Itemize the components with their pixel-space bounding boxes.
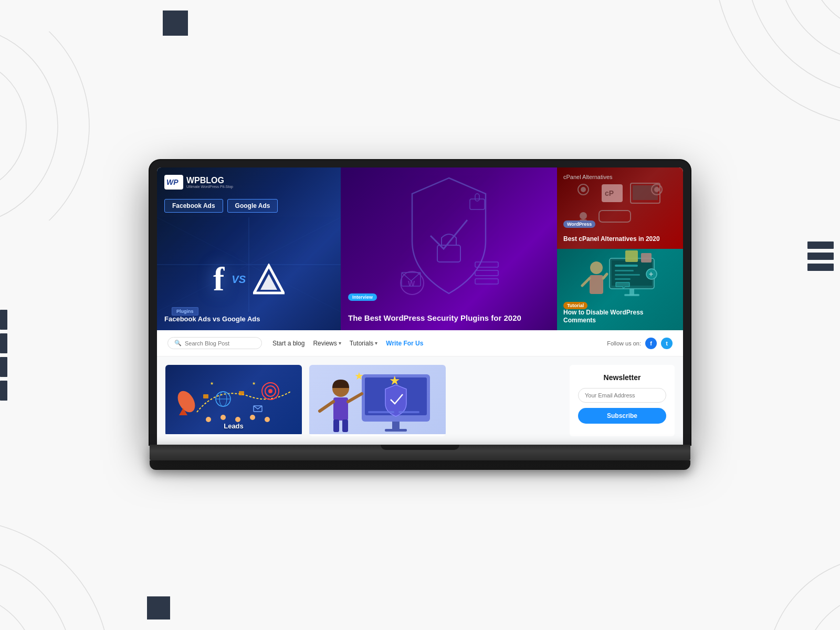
- laptop-foot: [150, 460, 690, 470]
- nav-link-write-for-us[interactable]: Write For Us: [386, 340, 423, 347]
- post-card-leads-image: ★ ★: [165, 365, 302, 434]
- svg-rect-50: [624, 294, 639, 296]
- hero-left-title: Facebook Ads vs Google Ads: [164, 315, 260, 323]
- svg-point-42: [654, 187, 659, 192]
- svg-point-72: [250, 415, 255, 420]
- laptop-hinge: [381, 445, 459, 450]
- svg-text:WP: WP: [166, 178, 178, 186]
- wp-icon: WP: [164, 175, 183, 190]
- svg-text:★: ★: [252, 381, 256, 386]
- svg-rect-81: [333, 419, 339, 432]
- svg-point-57: [174, 388, 198, 415]
- social-follow: Follow us on: f t: [607, 338, 673, 349]
- site-brand: WPBLOG: [186, 176, 233, 185]
- facebook-social-icon[interactable]: f: [645, 338, 657, 349]
- deco-bars-left: [0, 310, 7, 401]
- svg-text:★: ★: [389, 373, 401, 387]
- hero-center-title: The Best WordPress Security Plugins for …: [348, 313, 550, 323]
- laptop-screen: WP WPBLOG Ultimate WordPress Pit-Stop: [157, 167, 683, 445]
- posts-grid: ★ ★: [165, 365, 562, 436]
- svg-text:+: +: [649, 270, 653, 278]
- newsletter-title: Newsletter: [578, 373, 666, 382]
- leads-label: Leads: [224, 422, 244, 430]
- deco-square-top: [163, 10, 188, 36]
- deco-square-bottom: [147, 596, 170, 620]
- svg-point-71: [235, 417, 240, 422]
- svg-rect-80: [333, 397, 348, 421]
- newsletter-card: Newsletter Subscribe: [570, 365, 675, 436]
- hero-left-badge: Plugins: [172, 307, 198, 316]
- twitter-social-icon[interactable]: t: [661, 338, 673, 349]
- hero-section: WP WPBLOG Ultimate WordPress Pit-Stop: [157, 167, 683, 330]
- facebook-letter: f: [213, 260, 224, 299]
- svg-rect-47: [615, 274, 640, 276]
- svg-point-70: [220, 415, 226, 420]
- svg-rect-78: [398, 411, 419, 413]
- svg-rect-82: [342, 419, 348, 432]
- svg-point-38: [580, 212, 587, 219]
- laptop: WP WPBLOG Ultimate WordPress Pit-Stop: [150, 160, 690, 470]
- svg-text:cP: cP: [605, 189, 614, 197]
- svg-rect-26: [470, 199, 485, 209]
- svg-rect-64: [203, 394, 208, 398]
- post-card-freelance: ★: [309, 365, 446, 436]
- nav-link-start-blog[interactable]: Start a blog: [272, 340, 304, 347]
- content-section: ★ ★: [157, 356, 683, 445]
- post-card-leads: ★ ★: [165, 365, 302, 436]
- svg-rect-54: [641, 253, 652, 262]
- svg-rect-23: [437, 245, 460, 262]
- svg-rect-46: [615, 270, 634, 271]
- site-logo[interactable]: WP WPBLOG Ultimate WordPress Pit-Stop: [164, 175, 233, 190]
- svg-point-51: [590, 261, 603, 274]
- hero-right-panels: cPanel Alternatives cP: [557, 167, 683, 330]
- svg-rect-85: [385, 429, 407, 432]
- svg-rect-65: [239, 391, 244, 395]
- svg-rect-52: [590, 275, 603, 294]
- svg-rect-53: [625, 250, 638, 262]
- hero-right-top-title: Best cPanel Alternatives in 2020: [563, 235, 677, 244]
- vs-text: VS: [232, 274, 246, 286]
- nav-links: Start a blog Reviews Tutorials Write For…: [272, 340, 596, 347]
- anchor-logo: [253, 264, 285, 295]
- tab-facebook-ads[interactable]: Facebook Ads: [164, 199, 223, 213]
- follow-label: Follow us on:: [607, 340, 641, 346]
- hero-tabs: Facebook Ads Google Ads: [164, 199, 278, 213]
- search-box[interactable]: 🔍: [167, 337, 262, 349]
- svg-point-69: [206, 417, 211, 422]
- post-card-freelance-image: ★: [309, 365, 446, 434]
- svg-rect-30: [475, 270, 498, 276]
- svg-rect-77: [368, 411, 394, 413]
- hero-right-bottom-title: How to Disable WordPress Comments: [563, 309, 677, 325]
- svg-rect-48: [615, 278, 631, 280]
- nav-link-tutorials[interactable]: Tutorials: [350, 340, 378, 347]
- tab-google-ads[interactable]: Google Ads: [227, 199, 278, 213]
- svg-point-33: [581, 187, 586, 192]
- svg-rect-45: [615, 265, 638, 267]
- svg-rect-37: [633, 185, 658, 200]
- svg-rect-27: [475, 194, 479, 201]
- nav-bar: 🔍 Start a blog Reviews: [157, 330, 683, 356]
- deco-bars-right: [807, 242, 834, 271]
- hero-center-panel: W: [341, 167, 557, 330]
- hero-right-top-panel: cPanel Alternatives cP: [557, 167, 683, 249]
- laptop-base: [150, 445, 690, 460]
- search-icon: 🔍: [174, 340, 182, 346]
- hero-left-panel: WP WPBLOG Ultimate WordPress Pit-Stop: [157, 167, 341, 330]
- nav-link-reviews[interactable]: Reviews: [313, 340, 341, 347]
- svg-text:★: ★: [210, 381, 214, 386]
- newsletter-email-input[interactable]: [578, 388, 666, 403]
- newsletter-subscribe-button[interactable]: Subscribe: [578, 408, 666, 424]
- hero-center-badge: Interview: [348, 293, 377, 301]
- svg-point-60: [268, 389, 272, 393]
- svg-rect-84: [392, 422, 400, 430]
- svg-rect-40: [599, 211, 631, 222]
- search-input[interactable]: [185, 340, 253, 346]
- svg-text:★: ★: [354, 370, 364, 382]
- svg-point-73: [265, 417, 270, 422]
- freelance-illustration: ★: [309, 365, 446, 434]
- hero-right-top-badge: WordPress: [563, 220, 595, 228]
- hero-right-bottom-panel: + Tutorial How to Disable WordPress Comm…: [557, 249, 683, 330]
- site-tagline: Ultimate WordPress Pit-Stop: [186, 185, 233, 188]
- svg-rect-31: [475, 279, 498, 284]
